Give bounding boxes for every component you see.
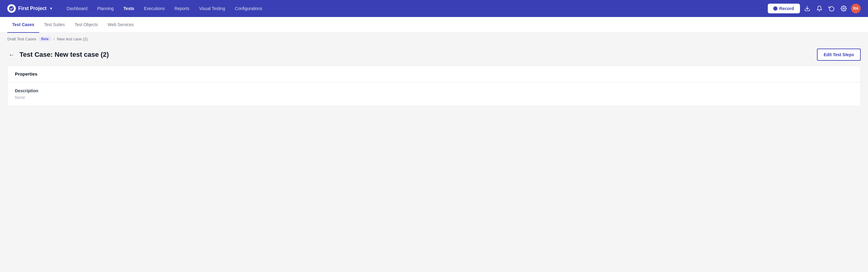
tab-test-suites[interactable]: Test Suites (39, 17, 69, 33)
nav-link-executions[interactable]: Executions (139, 0, 169, 17)
breadcrumb-current: New test case (2) (57, 37, 88, 41)
page-title: Test Case: New test case (2) (20, 51, 109, 59)
settings-button[interactable] (839, 4, 848, 13)
nav-link-reports[interactable]: Reports (169, 0, 194, 17)
properties-header: Properties (8, 66, 860, 82)
content-area: Properties Description None (0, 66, 868, 113)
app-logo (7, 4, 16, 13)
breadcrumb: Draft Test Cases Beta / New test case (2… (0, 33, 868, 45)
history-button[interactable] (827, 4, 836, 13)
properties-card: Properties Description None (7, 66, 861, 106)
nav-link-tests[interactable]: Tests (119, 0, 139, 17)
edit-test-steps-button[interactable]: Edit Test Steps (817, 48, 861, 61)
brand-chevron: ▾ (50, 6, 52, 11)
record-label: Record (779, 6, 794, 11)
breadcrumb-separator: / (54, 37, 55, 41)
page-title-row: ← Test Case: New test case (2) (7, 50, 109, 60)
project-name: First Project (18, 6, 46, 11)
breadcrumb-root[interactable]: Draft Test Cases (7, 37, 36, 41)
svg-point-0 (9, 6, 14, 11)
nav-links: Dashboard Planning Tests Executions Repo… (62, 0, 768, 17)
secondary-nav: Test Cases Test Suites Test Objects Web … (0, 17, 868, 33)
record-dot-icon (774, 7, 777, 10)
nav-link-visual-testing[interactable]: Visual Testing (194, 0, 230, 17)
nav-link-dashboard[interactable]: Dashboard (62, 0, 92, 17)
nav-link-planning[interactable]: Planning (92, 0, 119, 17)
nav-link-configurations[interactable]: Configurations (230, 0, 267, 17)
svg-point-2 (843, 8, 845, 9)
page-header: ← Test Case: New test case (2) Edit Test… (0, 45, 868, 66)
description-field: Description None (8, 82, 860, 106)
beta-badge: Beta (39, 36, 51, 41)
tab-test-cases[interactable]: Test Cases (7, 17, 39, 33)
top-nav: First Project ▾ Dashboard Planning Tests… (0, 0, 868, 17)
back-button[interactable]: ← (7, 50, 16, 60)
user-avatar[interactable]: RA (851, 4, 861, 13)
description-value: None (15, 95, 853, 100)
nav-brand[interactable]: First Project ▾ (7, 4, 52, 13)
description-label: Description (15, 88, 853, 93)
tab-web-services[interactable]: Web Services (103, 17, 138, 33)
record-button[interactable]: Record (768, 4, 800, 13)
notifications-button[interactable] (814, 4, 824, 13)
nav-actions: Record RA (768, 4, 861, 13)
download-button[interactable] (802, 4, 812, 13)
tab-test-objects[interactable]: Test Objects (69, 17, 103, 33)
